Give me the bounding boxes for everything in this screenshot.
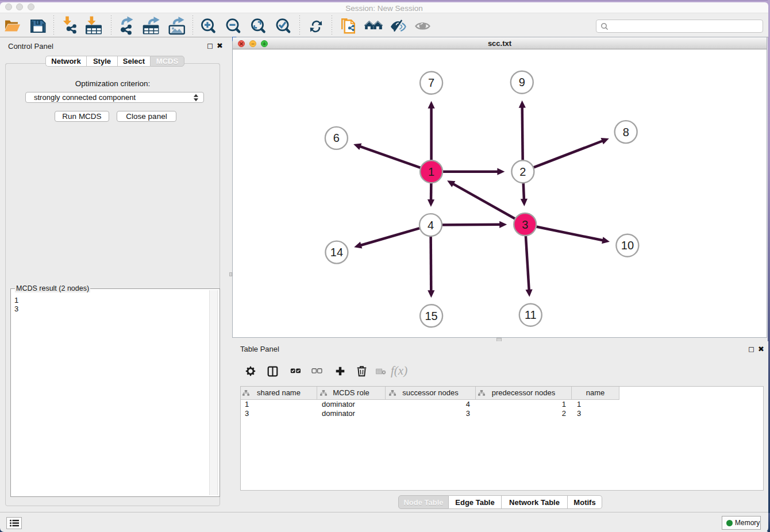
svg-text:10: 10 <box>621 239 634 252</box>
svg-text:15: 15 <box>425 310 437 322</box>
svg-text:2: 2 <box>519 165 526 178</box>
svg-text:14: 14 <box>330 246 343 259</box>
svg-text:1: 1 <box>428 165 434 178</box>
svg-text:3: 3 <box>522 218 528 231</box>
svg-text:4: 4 <box>428 219 434 232</box>
svg-text:9: 9 <box>519 76 525 88</box>
svg-text:7: 7 <box>428 76 434 89</box>
svg-text:6: 6 <box>333 132 340 144</box>
svg-text:11: 11 <box>525 309 537 321</box>
svg-text:8: 8 <box>623 126 629 138</box>
